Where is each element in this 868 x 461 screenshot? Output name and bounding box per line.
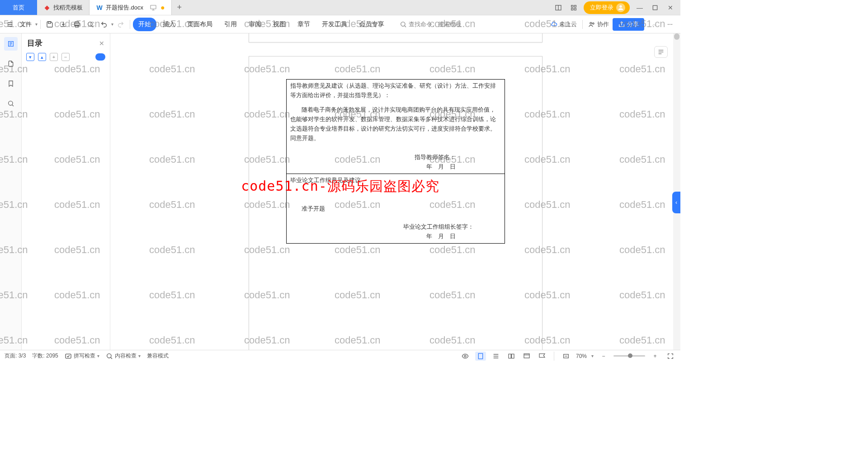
advisor-body: 随着电子商务的蓬勃发展，设计并实现电商团购平台的具有现实应用价值，也能够对学生的… [290, 105, 501, 144]
ai-assistant-button[interactable] [654, 46, 668, 58]
outline-expand-icon[interactable]: ▴ [38, 53, 46, 61]
menu-view[interactable]: 视图 [268, 18, 291, 31]
menu-sections[interactable]: 章节 [292, 18, 316, 31]
cloud-icon [550, 21, 557, 28]
outline-badge[interactable] [95, 53, 105, 61]
menu-start[interactable]: 开始 [133, 18, 156, 31]
more-icon[interactable]: ⋯ [664, 18, 677, 31]
scrollbar-thumb[interactable] [674, 33, 679, 40]
tab-document[interactable]: W 开题报告.docx ● [90, 0, 172, 15]
svg-point-14 [590, 22, 592, 24]
comment-icon[interactable] [537, 352, 547, 361]
tab-templates[interactable]: ◆ 找稻壳模板 [37, 0, 90, 15]
svg-point-17 [8, 101, 12, 105]
page-indicator[interactable]: 页面: 3/3 [5, 352, 26, 360]
read-mode-icon[interactable] [460, 352, 471, 361]
fit-width-icon[interactable] [561, 352, 571, 361]
maximize-button[interactable] [650, 2, 660, 13]
zoom-knob[interactable] [628, 353, 632, 358]
minimize-button[interactable]: — [634, 2, 645, 13]
doc-table: 指导教师意见及建议（从选题、理论与实证准备、研究（设计）方法、工作安排等方面给出… [286, 79, 505, 244]
search-icon [400, 21, 407, 28]
file-menu[interactable]: 文件 [17, 20, 34, 28]
print-icon[interactable] [71, 18, 83, 31]
apps-grid-icon[interactable] [568, 2, 579, 13]
cloud-label: 未上云 [559, 20, 577, 28]
menu-page-layout[interactable]: 页面布局 [182, 18, 218, 31]
bookmark-rail-icon[interactable] [4, 77, 18, 90]
menu-icon[interactable] [4, 18, 16, 31]
share-button[interactable]: 分享 [613, 18, 644, 31]
svg-rect-4 [571, 8, 573, 10]
svg-rect-21 [478, 353, 482, 359]
outline-view-icon[interactable] [491, 352, 501, 361]
outline-collapse-icon[interactable]: ▾ [26, 53, 34, 61]
search-icon [106, 353, 113, 360]
people-icon [588, 21, 595, 28]
web-view-icon[interactable] [521, 352, 532, 361]
tab-bar: 首页 ◆ 找稻壳模板 W 开题报告.docx ● + 立即登录 — ✕ [0, 0, 680, 15]
avatar-icon [616, 3, 625, 12]
svg-rect-0 [151, 5, 156, 9]
search-placeholder: 查找命令、搜索模板 [409, 20, 462, 28]
chevron-down-icon: ▾ [111, 22, 113, 27]
tab-home[interactable]: 首页 [0, 0, 37, 15]
svg-rect-3 [574, 5, 576, 7]
svg-rect-18 [66, 354, 71, 358]
close-icon[interactable]: ✕ [99, 40, 104, 47]
window-layout-icon[interactable] [553, 2, 564, 13]
template-icon: ◆ [43, 4, 51, 11]
svg-rect-5 [574, 8, 576, 10]
search-rail-icon[interactable] [4, 97, 18, 110]
share-icon [618, 21, 625, 28]
fullscreen-icon[interactable] [665, 352, 676, 361]
svg-point-15 [593, 23, 594, 24]
group-body: 准予开题 [290, 204, 501, 214]
zoom-value[interactable]: 70% [576, 353, 587, 359]
workspace: 目录 ✕ ▾ ▴ + − 指导教师意见及建议（从选题、理论与实证准备、研究（设计… [0, 33, 680, 350]
cloud-status[interactable]: 未上云 [550, 20, 577, 28]
side-drawer-toggle[interactable]: ‹ [672, 192, 680, 213]
outline-rail-icon[interactable] [4, 37, 18, 51]
attachment-rail-icon[interactable] [4, 57, 18, 71]
save-icon[interactable] [43, 18, 56, 31]
collab-button[interactable]: 协作 [588, 20, 609, 28]
print-preview-icon[interactable] [84, 18, 97, 31]
export-icon[interactable] [57, 18, 70, 31]
svg-rect-8 [48, 22, 51, 24]
undo-icon[interactable] [98, 18, 110, 31]
outline-add-icon[interactable]: + [50, 53, 58, 61]
compat-mode[interactable]: 兼容模式 [147, 352, 169, 360]
menu-references[interactable]: 引用 [219, 18, 242, 31]
menu-vip[interactable]: 会员专享 [354, 18, 390, 31]
chevron-down-icon: ▾ [591, 353, 594, 358]
left-rail [0, 33, 22, 350]
command-search[interactable]: 查找命令、搜索模板 [400, 20, 462, 28]
outline-panel: 目录 ✕ ▾ ▴ + − [22, 33, 110, 350]
page-view-icon[interactable] [475, 352, 486, 361]
menu-dev-tools[interactable]: 开发工具 [316, 18, 353, 31]
svg-point-12 [88, 22, 92, 26]
zoom-in-button[interactable]: + [650, 352, 660, 361]
document-canvas[interactable]: 指导教师意见及建议（从选题、理论与实证准备、研究（设计）方法、工作安排等方面给出… [110, 33, 680, 350]
outline-tools: ▾ ▴ + − [22, 51, 110, 65]
redo-icon[interactable] [114, 18, 127, 31]
zoom-out-button[interactable]: − [598, 352, 609, 361]
content-check[interactable]: 内容检查▾ [106, 352, 141, 360]
advisor-date: 年 月 日 [290, 162, 501, 172]
spellcheck-toggle[interactable]: 拼写检查▾ [65, 352, 99, 360]
close-button[interactable]: ✕ [665, 2, 676, 13]
svg-point-20 [464, 355, 466, 357]
word-count[interactable]: 字数: 2095 [32, 352, 58, 360]
menu-review[interactable]: 审阅 [243, 18, 267, 31]
toolbar-expand-icon[interactable]: ︿ [648, 18, 660, 31]
collab-label: 协作 [597, 20, 609, 28]
menu-insert[interactable]: 插入 [157, 18, 181, 31]
zoom-slider[interactable] [613, 355, 645, 357]
new-tab-button[interactable]: + [172, 0, 187, 15]
share-label: 分享 [627, 20, 639, 28]
outline-remove-icon[interactable]: − [61, 53, 70, 61]
reader-view-icon[interactable] [506, 352, 517, 361]
login-button[interactable]: 立即登录 [584, 1, 630, 14]
group-sign-label: 毕业论文工作组组长签字： [290, 222, 501, 232]
